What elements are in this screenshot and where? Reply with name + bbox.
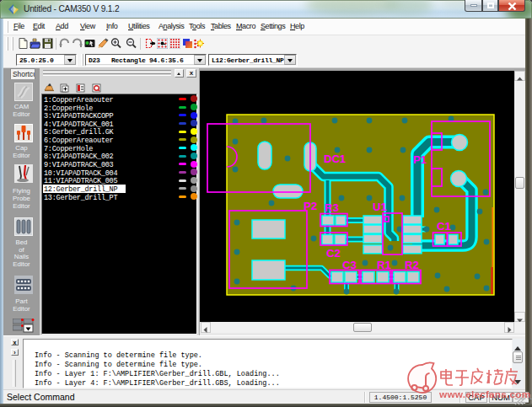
svg-text:P1: P1 [413,153,427,166]
svg-text:R3: R3 [325,201,339,214]
svg-text:P2: P2 [304,200,317,212]
svg-text:C2: C2 [326,247,341,260]
svg-text:R1: R1 [377,259,391,271]
svg-text:DC1: DC1 [324,153,346,165]
svg-text:R2: R2 [405,259,419,271]
svg-text:C1: C1 [437,220,451,233]
svg-text:www.elecfans.com: www.elecfans.com [438,388,530,400]
svg-text:U1: U1 [373,201,387,213]
svg-text:C3: C3 [342,259,357,271]
